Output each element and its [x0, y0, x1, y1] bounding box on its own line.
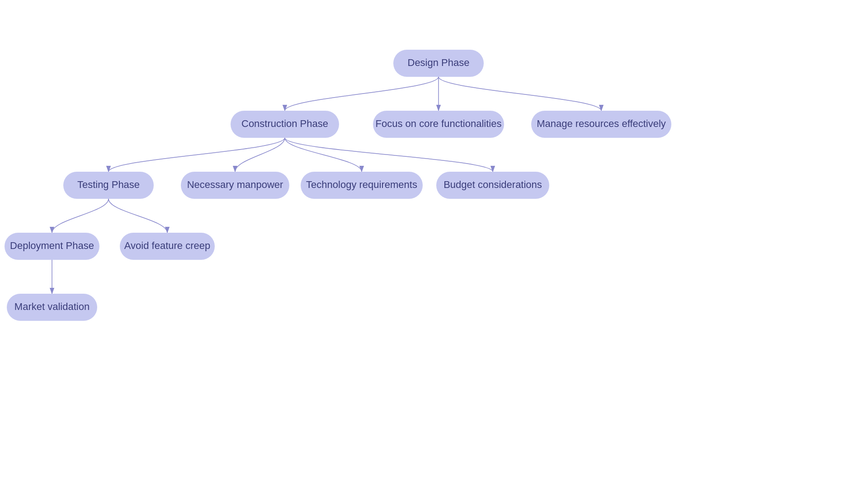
node-label-tech: Technology requirements: [306, 179, 417, 190]
node-label-focus: Focus on core functionalities: [376, 118, 502, 129]
edge-construction-budget: [285, 138, 493, 172]
edge-testing-deployment: [52, 199, 108, 233]
node-market[interactable]: Market validation: [7, 294, 97, 321]
node-deployment[interactable]: Deployment Phase: [5, 233, 99, 260]
node-budget[interactable]: Budget considerations: [436, 172, 549, 199]
node-label-manage: Manage resources effectively: [537, 118, 666, 129]
edge-testing-feature: [108, 199, 167, 233]
node-label-testing: Testing Phase: [77, 179, 140, 190]
node-label-design: Design Phase: [408, 57, 470, 68]
node-label-deployment: Deployment Phase: [10, 240, 94, 251]
node-label-feature: Avoid feature creep: [124, 240, 210, 251]
node-design[interactable]: Design Phase: [393, 50, 484, 77]
mind-map-diagram: Design PhaseConstruction PhaseFocus on c…: [0, 0, 868, 488]
node-testing[interactable]: Testing Phase: [63, 172, 154, 199]
node-label-market: Market validation: [14, 301, 90, 312]
node-label-construction: Construction Phase: [241, 118, 328, 129]
edge-construction-tech: [285, 138, 362, 172]
node-feature[interactable]: Avoid feature creep: [120, 233, 215, 260]
node-manpower[interactable]: Necessary manpower: [181, 172, 289, 199]
edge-construction-testing: [108, 138, 285, 172]
node-label-manpower: Necessary manpower: [187, 179, 283, 190]
node-tech[interactable]: Technology requirements: [301, 172, 423, 199]
edge-design-manage: [439, 77, 601, 111]
node-construction[interactable]: Construction Phase: [231, 111, 339, 138]
edge-design-construction: [285, 77, 439, 111]
node-manage[interactable]: Manage resources effectively: [531, 111, 671, 138]
edge-construction-manpower: [235, 138, 285, 172]
node-label-budget: Budget considerations: [443, 179, 542, 190]
node-focus[interactable]: Focus on core functionalities: [373, 111, 504, 138]
